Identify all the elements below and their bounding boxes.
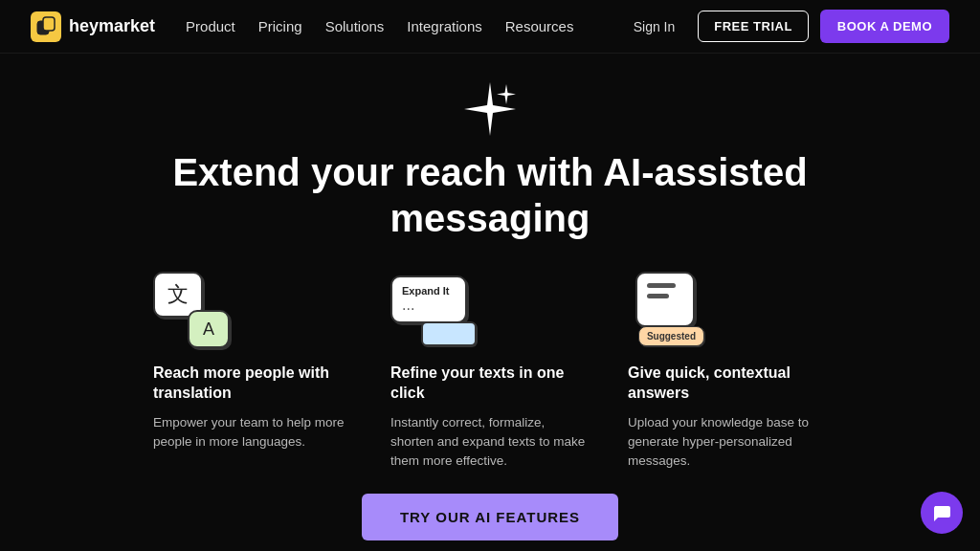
feature-desc-translation: Empower your team to help more people in…	[153, 413, 352, 452]
nav-link-solutions[interactable]: Solutions	[325, 18, 385, 34]
nav-link-product[interactable]: Product	[186, 18, 235, 34]
feature-title-translation: Reach more people with translation	[153, 364, 352, 404]
feature-card-translation: 文 A Reach more people with translation E…	[134, 272, 371, 471]
hero-title: Extend your reach with AI-assisted messa…	[98, 149, 882, 241]
cta-section: TRY OUR AI FEATURES	[362, 494, 618, 540]
expand-label: Expand It	[402, 285, 450, 297]
expand-card-back: Expand It ···	[390, 276, 467, 323]
logo-icon	[31, 11, 61, 42]
english-char-bubble: A	[188, 310, 230, 348]
navbar: heymarket Product Pricing Solutions Inte…	[0, 0, 980, 54]
book-demo-button[interactable]: BOOK A DEMO	[820, 10, 949, 43]
features-grid: 文 A Reach more people with translation E…	[77, 272, 903, 471]
suggested-icon: Suggested	[628, 272, 714, 348]
nav-link-integrations[interactable]: Integrations	[407, 18, 481, 34]
translation-icon: 文 A	[153, 272, 239, 348]
expand-icon: Expand It ···	[390, 272, 477, 348]
expand-card-front	[421, 321, 477, 346]
nav-link-resources[interactable]: Resources	[505, 18, 574, 34]
nav-left: heymarket Product Pricing Solutions Inte…	[31, 11, 573, 42]
expand-dots: ···	[402, 301, 414, 317]
nav-links: Product Pricing Solutions Integrations R…	[186, 18, 573, 34]
try-ai-features-button[interactable]: TRY OUR AI FEATURES	[362, 494, 618, 540]
feature-card-answers: Suggested Give quick, contextual answers…	[609, 272, 846, 471]
feature-card-refine: Expand It ··· Refine your texts in one c…	[371, 272, 609, 471]
feature-title-answers: Give quick, contextual answers	[628, 364, 827, 404]
feature-title-refine: Refine your texts in one click	[390, 364, 590, 404]
logo[interactable]: heymarket	[31, 11, 155, 42]
suggested-badge: Suggested	[638, 326, 704, 346]
suggested-card	[635, 272, 695, 327]
chat-icon	[931, 502, 952, 523]
free-trial-button[interactable]: FREE TRIAL	[698, 11, 809, 42]
chat-bubble-button[interactable]	[921, 492, 963, 534]
suggested-line-1	[647, 283, 676, 288]
feature-desc-answers: Upload your knowledge base to generate h…	[628, 413, 827, 472]
feature-desc-refine: Instantly correct, formalize, shorten an…	[390, 413, 590, 472]
nav-link-pricing[interactable]: Pricing	[258, 18, 302, 34]
signin-button[interactable]: Sign In	[622, 11, 687, 42]
nav-right: Sign In FREE TRIAL BOOK A DEMO	[622, 10, 949, 43]
suggested-line-2	[647, 294, 669, 298]
sparkle-icon	[461, 80, 519, 138]
logo-text: heymarket	[69, 16, 155, 36]
hero-section: Extend your reach with AI-assisted messa…	[0, 54, 980, 551]
svg-rect-2	[43, 17, 55, 31]
